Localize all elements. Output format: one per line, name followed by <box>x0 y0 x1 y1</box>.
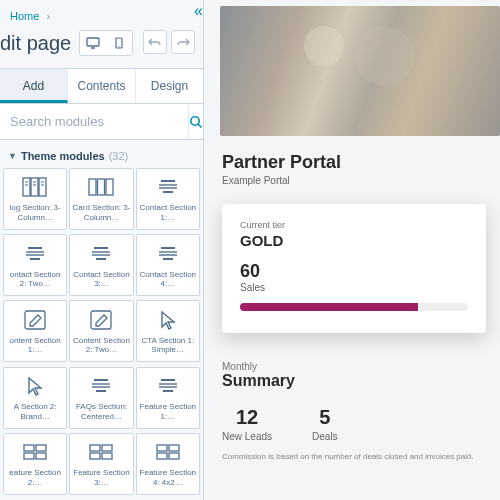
module-tile[interactable]: Card Section: 3-Column… <box>69 168 133 230</box>
module-label: log Section: 3-Column… <box>6 203 64 222</box>
svg-rect-47 <box>36 453 46 459</box>
cursor-icon <box>26 374 44 398</box>
module-label: Contact Section 3:… <box>72 270 130 289</box>
module-label: Card Section: 3-Column… <box>72 203 130 222</box>
undo-redo-group <box>143 30 195 56</box>
pencil-icon <box>24 308 46 332</box>
search-input[interactable] <box>0 104 188 139</box>
module-tile[interactable]: Feature Section 4: 4x2… <box>136 433 200 495</box>
lines-icon <box>24 242 46 266</box>
chevron-down-icon: ▼ <box>8 151 17 161</box>
tier-metric-label: Sales <box>240 282 468 293</box>
editor-sidebar: « Home › dit page <box>0 0 204 500</box>
module-tile[interactable]: FAQs Section: Centered… <box>69 367 133 429</box>
module-label: CTA Section 1: Simple… <box>139 336 197 355</box>
svg-rect-34 <box>25 311 45 329</box>
mobile-icon <box>115 37 123 49</box>
stat-label: Deals <box>312 431 338 442</box>
search-row <box>0 104 203 140</box>
tab-add[interactable]: Add <box>0 69 68 103</box>
lines-icon <box>90 374 112 398</box>
svg-rect-45 <box>36 445 46 451</box>
portal-subtitle: Example Portal <box>204 175 500 200</box>
lines-icon <box>157 242 179 266</box>
svg-line-5 <box>198 124 201 127</box>
title-row: dit page <box>0 26 203 68</box>
search-button[interactable] <box>188 104 203 139</box>
svg-rect-8 <box>39 178 46 196</box>
svg-point-4 <box>191 116 199 124</box>
summary-title: Summary <box>204 372 500 400</box>
module-label: Contact Section 1:… <box>139 203 197 222</box>
module-label: Contact Section 4:… <box>139 270 197 289</box>
tier-card: Current tier GOLD 60 Sales <box>222 204 486 333</box>
svg-rect-55 <box>169 453 179 459</box>
title-controls <box>79 30 195 56</box>
collapse-icon[interactable]: « <box>194 2 203 20</box>
svg-rect-51 <box>102 453 112 459</box>
module-tile[interactable]: Contact Section 1:… <box>136 168 200 230</box>
module-tile[interactable]: Feature Section 3:… <box>69 433 133 495</box>
portal-title: Partner Portal <box>204 136 500 175</box>
svg-rect-7 <box>31 178 38 196</box>
module-tile[interactable]: ontact Section 2: Two… <box>3 234 67 296</box>
section-label: Theme modules <box>21 150 105 162</box>
svg-rect-15 <box>89 179 96 195</box>
module-tile[interactable]: ontent Section 1:… <box>3 300 67 362</box>
svg-rect-16 <box>98 179 105 195</box>
stat-value: 5 <box>312 406 338 429</box>
svg-rect-17 <box>106 179 113 195</box>
svg-rect-48 <box>90 445 100 451</box>
tab-design[interactable]: Design <box>136 69 203 103</box>
modules-section-header[interactable]: ▼ Theme modules (32) <box>0 140 203 168</box>
desktop-view-button[interactable] <box>80 31 106 55</box>
stat-value: 12 <box>222 406 272 429</box>
desktop-icon <box>86 37 100 49</box>
undo-button[interactable] <box>143 30 167 54</box>
module-tile[interactable]: Contact Section 3:… <box>69 234 133 296</box>
modules-grid: log Section: 3-Column…Card Section: 3-Co… <box>0 168 203 500</box>
svg-rect-50 <box>90 453 100 459</box>
hero-image <box>220 6 500 136</box>
tab-contents[interactable]: Contents <box>68 69 136 103</box>
svg-rect-44 <box>24 445 34 451</box>
module-label: eature Section 2:… <box>6 468 64 487</box>
stats-row: 12 New Leads 5 Deals <box>204 400 500 452</box>
svg-rect-53 <box>169 445 179 451</box>
undo-icon <box>148 37 162 47</box>
tier-metric-value: 60 <box>240 261 468 282</box>
module-tile[interactable]: eature Section 2:… <box>3 433 67 495</box>
section-count: (32) <box>109 150 129 162</box>
svg-rect-0 <box>87 38 99 46</box>
module-label: Feature Section 4: 4x2… <box>139 468 197 487</box>
stat-label: New Leads <box>222 431 272 442</box>
stat-new-leads: 12 New Leads <box>222 406 272 442</box>
page-title: dit page <box>0 32 71 55</box>
module-tile[interactable]: log Section: 3-Column… <box>3 168 67 230</box>
lines-icon <box>90 242 112 266</box>
redo-button[interactable] <box>171 30 195 54</box>
device-toggle <box>79 30 133 56</box>
tier-value: GOLD <box>240 232 468 249</box>
editor-tabs: Add Contents Design <box>0 68 203 104</box>
breadcrumb: Home › <box>0 0 203 26</box>
progress-bar <box>240 303 468 311</box>
module-label: ontent Section 1:… <box>6 336 64 355</box>
module-label: Feature Section 3:… <box>72 468 130 487</box>
module-tile[interactable]: CTA Section 1: Simple… <box>136 300 200 362</box>
stat-deals: 5 Deals <box>312 406 338 442</box>
cursor-icon <box>159 308 177 332</box>
breadcrumb-home-link[interactable]: Home <box>10 10 39 22</box>
module-tile[interactable]: Contact Section 4:… <box>136 234 200 296</box>
module-tile[interactable]: Content Section 2: Two… <box>69 300 133 362</box>
tier-label: Current tier <box>240 220 468 230</box>
cols-text-icon <box>22 175 48 199</box>
mobile-view-button[interactable] <box>106 31 132 55</box>
module-label: Content Section 2: Two… <box>72 336 130 355</box>
chevron-right-icon: › <box>46 10 50 22</box>
commission-footnote: Commission is based on the number of dea… <box>204 452 500 461</box>
module-tile[interactable]: A Section 2: Brand… <box>3 367 67 429</box>
redo-icon <box>176 37 190 47</box>
module-label: FAQs Section: Centered… <box>72 402 130 421</box>
module-tile[interactable]: Feature Section 1:… <box>136 367 200 429</box>
